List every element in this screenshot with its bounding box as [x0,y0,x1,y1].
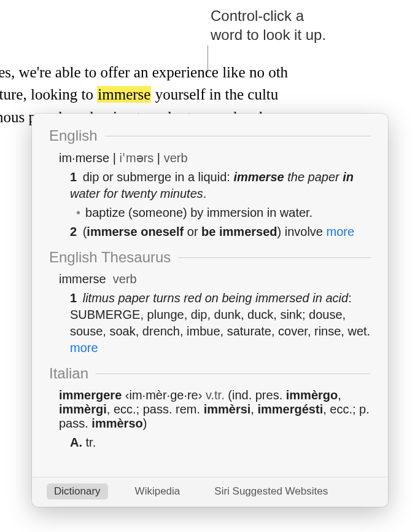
def2-phrase2: be immersed [201,225,277,238]
tab-wikipedia[interactable]: Wikipedia [128,483,188,499]
italian-definitions: A. tr. [59,434,371,451]
section-title-english: English [49,127,105,144]
section-title-thesaurus: English Thesaurus [49,249,178,266]
italian-conj3: immèrsi [204,402,251,416]
italian-conj1: immèrgo [286,388,338,402]
thesaurus-entry: immerse verb 1 litmus paper turns red on… [49,272,371,356]
italian-sense-a: A. tr. [70,434,371,451]
body-line2-before: dventure, looking to [0,86,97,103]
italian-conj2: immèrgi [59,402,107,416]
def1-ex-bold: immerse [233,170,284,184]
english-headword: im·merse [59,151,109,165]
english-entry: im·merse | iˈmərs | verb 1 dip or submer… [49,151,371,240]
sense-a-text: tr. [82,436,96,449]
thesaurus-pos: verb [113,272,137,286]
section-rule [105,136,371,136]
english-pos: verb [164,151,188,165]
italian-headword: immergere [59,388,122,402]
italian-headword-line: immergere ‹im·mèr·ge·re› v.tr. (ind. pre… [59,388,371,431]
section-rule [96,374,371,374]
thesaurus-more-link[interactable]: more [70,341,98,354]
pron-sep2: | [153,151,163,165]
italian-conj5: immèrso [91,417,142,430]
tab-siri[interactable]: Siri Suggested Websites [207,483,335,499]
callout-line1: Control-click a [211,6,326,25]
def1-ex-bold2: in [343,170,354,184]
comma1: , [338,388,341,402]
english-headword-line: im·merse | iˈmərs | verb [59,151,371,165]
section-header-thesaurus: English Thesaurus [49,249,371,266]
callout-annotation: Control-click a word to look it up. [211,6,326,44]
def1-text: dip or submerge in a liquid: [79,170,233,184]
def1-ex-it1: the paper [284,170,343,184]
def2-paren-close: ) involve [277,225,327,238]
body-line1: ckages, we're able to offer an experienc… [0,64,288,80]
thesaurus-definitions: 1 litmus paper turns red on being immers… [59,290,371,356]
popup-content[interactable]: English im·merse | iˈmərs | verb 1 dip o… [32,114,388,477]
lookup-popup: English im·merse | iˈmərs | verb 1 dip o… [32,114,388,507]
section-header-italian: Italian [49,365,371,382]
english-def-1-sub: baptize (someone) by immersion in water. [76,205,371,221]
thesaurus-def-1: 1 litmus paper turns red on being immers… [70,290,371,356]
english-pronunciation: iˈmərs [120,151,154,165]
thesaurus-headword-line: immerse verb [59,272,371,286]
body-line2-after: yourself in the cultu [151,86,278,103]
section-header-english: English [49,127,371,144]
italian-conj-open: (ind. pres. [225,388,286,402]
thesaurus-headword: immerse [59,272,106,286]
highlighted-word[interactable]: immerse [97,86,151,103]
pron-sep: | [109,151,119,165]
thes-def-num: 1 [70,291,77,305]
thes-example: litmus paper turns red on being immersed… [79,291,348,305]
def2-or: or [184,225,201,238]
def2-paren-open: ( [79,225,87,238]
thes-caps: SUBMERGE [70,308,140,321]
english-definitions: 1 dip or submerge in a liquid: immerse t… [59,169,371,240]
comma2: , [250,402,257,416]
def1-period: . [203,187,207,200]
section-title-italian: Italian [49,365,96,382]
english-def-1: 1 dip or submerge in a liquid: immerse t… [70,169,371,202]
italian-conj4: immergésti [257,402,323,416]
section-rule [178,257,371,258]
sense-a-label: A. [70,436,82,449]
ecc1: , ecc.; pass. rem. [107,402,204,416]
italian-syllables: ‹im·mèr·ge·re› [122,388,202,402]
popup-footer: Dictionary Wikipedia Siri Suggested Webs… [32,477,388,507]
def-num-2: 2 [70,225,77,238]
english-def-2: 2 (immerse oneself or be immersed) invol… [70,224,371,240]
italian-pos: v.tr. [202,388,224,402]
thes-colon: : [348,291,352,305]
def1-ex-it2: water for twenty minutes [70,187,203,200]
italian-close: ) [143,417,147,430]
italian-entry: immergere ‹im·mèr·ge·re› v.tr. (ind. pre… [49,388,371,451]
callout-line2: word to look it up. [211,25,326,44]
english-more-link[interactable]: more [327,225,355,238]
def2-phrase1: immerse oneself [87,225,184,238]
def-num-1: 1 [70,170,77,184]
tab-dictionary[interactable]: Dictionary [47,483,108,499]
